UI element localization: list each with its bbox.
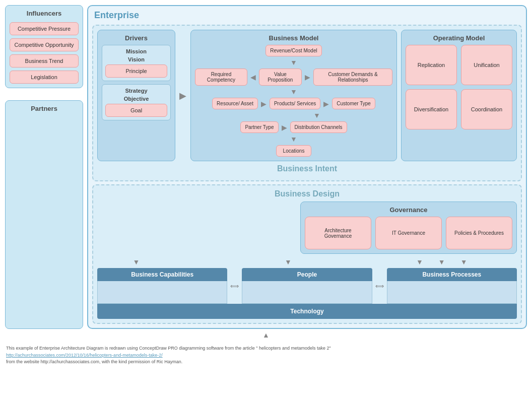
competitive-pressure: Competitive Pressure (10, 22, 79, 35)
bm-row-5: Locations (276, 145, 311, 157)
people-section: People (242, 268, 372, 304)
om-title: Operating Model (406, 34, 512, 42)
arrow-down-1: ▼ (290, 58, 297, 66)
bm-box: Business Model Revenue/Cost Model ▼ Requ… (190, 30, 397, 161)
value-proposition: Value Proposition (259, 69, 302, 86)
influencers-title: Influencers (27, 10, 61, 17)
partners-box: Partners (5, 100, 83, 329)
strategy-label: Strategy (105, 88, 167, 94)
capabilities-header: Business Capabilities (97, 268, 227, 281)
distribution-channels: Distribution Channels (290, 121, 347, 133)
dbl-arrow-1: ⟺ (228, 268, 241, 304)
capabilities-section: Business Capabilities (97, 268, 227, 304)
three-sections: Business Capabilities ⟺ People ⟺ Busin (97, 268, 517, 304)
bm-content: Revenue/Cost Model ▼ Required Competency… (195, 45, 392, 157)
partner-type: Partner Type (240, 121, 278, 133)
om-grid: Replication Unification Diversification … (406, 45, 512, 129)
replication-box: Replication (406, 45, 457, 85)
products-services: Products/ Services (270, 98, 320, 109)
scroll-arrow: ▲ (0, 329, 532, 341)
customer-type: Customer Type (332, 98, 375, 109)
unification-box: Unification (461, 45, 512, 85)
locations: Locations (276, 145, 311, 157)
diversification-box: Diversification (406, 89, 457, 129)
mission-vision-box: Mission Vision Principle (102, 45, 171, 81)
arch-governance: Architecture Governance (305, 217, 371, 249)
footer-link[interactable]: http://achurchassociates.com/2012/10/16/… (6, 352, 526, 359)
top-row: Drivers Mission Vision Principle Strateg… (97, 30, 517, 161)
it-governance: IT Governance (375, 217, 442, 249)
people-header: People (242, 268, 372, 281)
bm-row-3: Resource/ Asset ▶ Products/ Services ▶ C… (212, 98, 375, 109)
drivers-title: Drivers (102, 34, 171, 42)
business-design-area: Business Design Governance Architecture … (92, 184, 522, 324)
bm-title: Business Model (195, 34, 392, 42)
governance-title: Governance (305, 206, 512, 214)
business-intent-area: Drivers Mission Vision Principle Strateg… (92, 25, 522, 181)
customer-demands: Customer Demands & Relationships (313, 69, 392, 86)
main-container: Influencers Competitive Pressure Competi… (0, 0, 532, 329)
governance-box: Governance Architecture Governance IT Go… (300, 202, 517, 254)
coordination-box: Coordination (461, 89, 512, 129)
people-body (242, 281, 372, 304)
om-box: Operating Model Replication Unification … (401, 30, 517, 161)
bm-row-1: Revenue/Cost Model (265, 45, 321, 56)
required-competency: Required Competency (195, 69, 247, 86)
policies-procedures: Policies & Procedures (446, 217, 512, 249)
objective-label: Objective (105, 96, 167, 102)
capabilities-body (97, 281, 227, 304)
footer-line2: from the website http://achurchassociate… (6, 359, 526, 366)
strategy-box: Strategy Objective Goal (102, 84, 171, 120)
spacer1 (230, 88, 265, 96)
arrow-left-1: ◀ (250, 73, 256, 81)
mission-label: Mission (105, 48, 167, 54)
left-panel: Influencers Competitive Pressure Competi… (5, 5, 83, 329)
drivers-to-bm-arrow: ▶ (179, 30, 186, 161)
bm-row-2: Required Competency ◀ Value Proposition … (195, 69, 392, 86)
arrow-down-2: ▼ (276, 88, 311, 96)
arrows-row: ▼ (230, 88, 358, 96)
governance-row: Architecture Governance IT Governance Po… (305, 217, 512, 249)
arrow-down-g3: ▼ (460, 258, 468, 266)
principle-box: Principle (105, 64, 167, 78)
footer: This example of Enterprise Architecture … (0, 341, 532, 370)
footer-line1: This example of Enterprise Architecture … (6, 345, 526, 352)
processes-body (387, 281, 517, 304)
arrow-down-g2: ▼ (438, 258, 445, 266)
vision-label: Vision (105, 56, 167, 62)
legislation: Legislation (10, 71, 79, 84)
down-arrows-row: ▼ ▼ ▼ ▼ ▼ (97, 258, 517, 266)
arrow-right-1: ▶ (305, 73, 310, 81)
business-design-label: Business Design (97, 189, 517, 198)
business-trend: Business Trend (10, 54, 79, 68)
bm-row-4: Partner Type ▶ Distribution Channels (240, 121, 347, 133)
spacer2 (322, 88, 358, 96)
arrow-down-3: ▼ (313, 111, 320, 119)
influencers-box: Influencers Competitive Pressure Competi… (5, 5, 83, 88)
competitive-opportunity: Competitive Opportunity (10, 38, 79, 51)
revenue-cost: Revenue/Cost Model (265, 45, 321, 56)
technology-bar: Technology (97, 304, 517, 319)
dbl-arrow-2: ⟺ (373, 268, 386, 304)
arrow-down-people: ▼ (285, 258, 292, 266)
arrow-down-cap: ▼ (133, 258, 140, 266)
processes-section: Business Processes (387, 268, 517, 304)
arrow-down-g1: ▼ (416, 258, 423, 266)
drivers-box: Drivers Mission Vision Principle Strateg… (97, 30, 175, 161)
governance-wrapper: Governance Architecture Governance IT Go… (97, 202, 517, 254)
enterprise-container: Enterprise Drivers Mission Vision Princi… (87, 5, 527, 329)
partners-title: Partners (31, 105, 57, 112)
goal-box: Goal (105, 104, 167, 117)
business-intent-label: Business Intent (97, 164, 517, 173)
arrow-down-4: ▼ (290, 135, 297, 143)
bottom-sections-wrapper: Business Capabilities ⟺ People ⟺ Busin (97, 268, 517, 319)
resource-asset: Resource/ Asset (212, 98, 258, 109)
processes-header: Business Processes (387, 268, 517, 281)
enterprise-title: Enterprise (92, 10, 522, 21)
